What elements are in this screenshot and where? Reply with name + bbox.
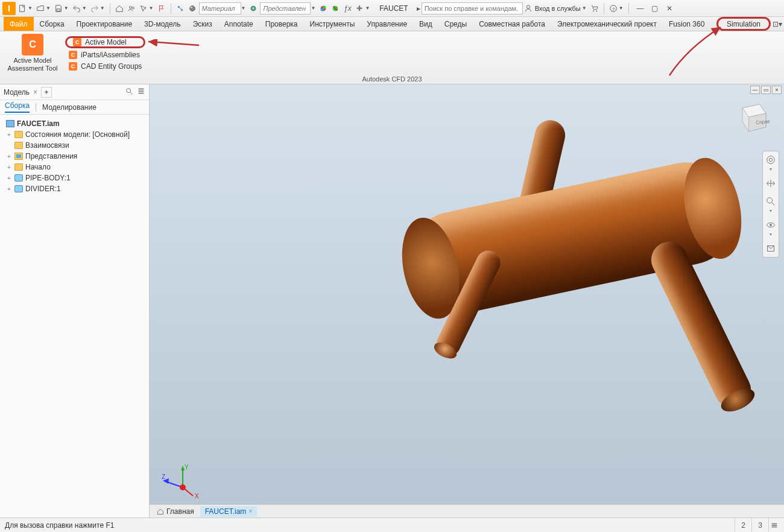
open-icon[interactable] <box>35 3 46 14</box>
undo-icon[interactable] <box>71 3 82 14</box>
dropdown-arrow-icon[interactable]: ▼ <box>365 5 370 11</box>
svg-point-25 <box>769 158 772 161</box>
viewport[interactable]: — ▭ × Справа ▼ ▼ ▼ Y <box>150 84 784 518</box>
tab-design[interactable]: Проектирование <box>71 17 139 31</box>
svg-text:X: X <box>195 493 199 499</box>
document-title: FAUCET <box>379 4 408 13</box>
ribbon-overflow-icon[interactable]: ⊡▾ <box>771 17 784 31</box>
tree-root[interactable]: FAUCET.iam <box>2 118 147 129</box>
tab-3dmodel[interactable]: 3D-модель <box>138 17 187 31</box>
expander-icon[interactable]: + <box>6 153 12 160</box>
zoom-icon[interactable] <box>765 195 777 207</box>
search-input[interactable] <box>422 2 523 14</box>
viewport-window-buttons: — ▭ × <box>750 86 782 94</box>
tab-file[interactable]: Файл <box>4 17 34 31</box>
new-icon[interactable] <box>17 3 28 14</box>
help-icon[interactable]: ? <box>608 3 619 14</box>
redo-icon[interactable] <box>89 3 100 14</box>
close-button[interactable]: ✕ <box>664 3 675 14</box>
browser-tab-assembly[interactable]: Сборка <box>5 101 30 113</box>
expander-icon[interactable]: + <box>6 175 12 182</box>
active-model-button[interactable]: C Active Model <box>65 36 145 48</box>
search-icon[interactable] <box>125 87 133 97</box>
dropdown-arrow-icon[interactable]: ▼ <box>149 5 154 11</box>
expander-icon[interactable]: + <box>6 131 12 138</box>
active-model-assessment-button[interactable]: C Active Model Assessment Tool <box>5 34 60 72</box>
menu-icon[interactable] <box>137 87 145 97</box>
folder-icon <box>14 163 23 171</box>
folder-icon <box>14 131 23 138</box>
home-icon[interactable] <box>114 3 125 14</box>
browser-tab-modeling[interactable]: Моделирование <box>42 103 96 112</box>
dropdown-arrow-icon[interactable]: ▼ <box>241 5 246 11</box>
color-sphere-icon[interactable] <box>248 3 259 14</box>
expander-icon[interactable]: + <box>6 186 12 192</box>
clear-color-icon[interactable] <box>330 3 341 14</box>
appearance-field[interactable] <box>260 2 311 14</box>
save-icon[interactable] <box>53 3 64 14</box>
tab-simulation[interactable]: Simulation <box>716 17 771 31</box>
browser-tabs: Сборка Моделирование <box>0 100 149 115</box>
select-icon[interactable] <box>138 3 149 14</box>
tab-collaborate[interactable]: Совместная работа <box>473 17 551 31</box>
sign-in-button[interactable]: Вход в службы▼ <box>524 4 588 13</box>
material-field[interactable] <box>199 2 241 14</box>
flag-icon[interactable] <box>156 3 167 14</box>
orbit-icon[interactable] <box>765 219 777 231</box>
tab-close-icon[interactable]: × <box>248 508 252 515</box>
dropdown-arrow-icon[interactable]: ▼ <box>311 5 315 11</box>
nav-wheel-icon[interactable] <box>765 154 777 166</box>
tree-root-label: FAUCET.iam <box>17 119 60 128</box>
team-icon[interactable] <box>126 3 137 14</box>
tab-manage[interactable]: Управление <box>361 17 413 31</box>
tab-inspect[interactable]: Проверка <box>259 17 304 31</box>
minimize-button[interactable]: — <box>635 3 646 14</box>
vp-minimize-button[interactable]: — <box>750 86 760 94</box>
viewcube[interactable]: Справа <box>733 99 770 135</box>
cfd-small-icon: C <box>73 38 81 46</box>
dropdown-arrow-icon[interactable]: ▼ <box>46 5 51 11</box>
model-tree: FAUCET.iam +Состояния модели: [Основной]… <box>0 115 149 198</box>
dropdown-arrow-icon[interactable]: ▼ <box>619 5 624 11</box>
tree-node[interactable]: +PIPE-BODY:1 <box>2 173 147 183</box>
tab-assembly[interactable]: Сборка <box>34 17 71 31</box>
browser-add-button[interactable]: + <box>41 87 52 98</box>
status-menu-icon[interactable] <box>768 518 779 532</box>
tab-annotate[interactable]: Annotate <box>218 17 259 31</box>
expander-icon[interactable]: + <box>6 164 12 171</box>
link-icon[interactable] <box>175 3 186 14</box>
tab-environments[interactable]: Среды <box>438 17 473 31</box>
tree-label: Состояния модели: [Основной] <box>25 130 130 139</box>
color-icon[interactable] <box>318 3 329 14</box>
vp-close-button[interactable]: × <box>772 86 782 94</box>
tab-view[interactable]: Вид <box>413 17 438 31</box>
tab-fusion360[interactable]: Fusion 360 <box>663 17 710 31</box>
tree-node[interactable]: Взаимосвязи <box>2 140 147 151</box>
maximize-button[interactable]: ▢ <box>650 3 660 14</box>
tree-node[interactable]: +Представления <box>2 151 147 162</box>
vp-maximize-button[interactable]: ▭ <box>761 86 771 94</box>
doc-tab-home[interactable]: Главная <box>152 506 199 517</box>
dropdown-arrow-icon[interactable]: ▼ <box>28 5 33 11</box>
tab-sketch[interactable]: Эскиз <box>187 17 218 31</box>
model-3d-view <box>396 153 747 324</box>
tab-electromechanical[interactable]: Электромеханический проект <box>551 17 663 31</box>
cad-entity-groups-button[interactable]: C CAD Entity Groups <box>65 62 145 71</box>
dropdown-arrow-icon[interactable]: ▼ <box>64 5 69 11</box>
doc-tab-faucet[interactable]: FAUCET.iam × <box>200 506 258 517</box>
dropdown-arrow-icon[interactable]: ▼ <box>82 5 87 11</box>
look-at-icon[interactable] <box>765 242 777 255</box>
tab-tools[interactable]: Инструменты <box>304 17 361 31</box>
fx-icon[interactable]: ƒx <box>342 3 353 14</box>
tree-node[interactable]: +DIVIDER:1 <box>2 183 147 194</box>
plus-icon[interactable]: ✚ <box>354 3 365 14</box>
pan-icon[interactable] <box>765 177 777 189</box>
tree-node[interactable]: +Состояния модели: [Основной] <box>2 129 147 140</box>
appearance-sphere-icon[interactable] <box>187 3 198 14</box>
sign-in-label: Вход в службы <box>535 5 581 12</box>
dropdown-arrow-icon[interactable]: ▼ <box>100 5 105 11</box>
cart-icon[interactable] <box>589 3 600 14</box>
tree-node[interactable]: +Начало <box>2 162 147 173</box>
browser-close-icon[interactable]: × <box>33 88 37 97</box>
iparts-button[interactable]: C iParts/iAssemblies <box>65 50 145 60</box>
